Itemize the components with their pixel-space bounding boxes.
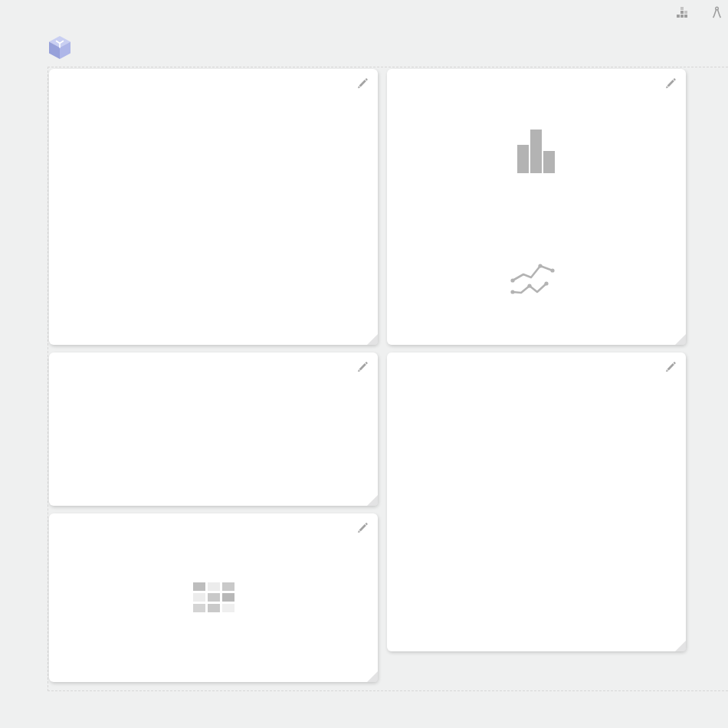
tile-4[interactable] <box>387 353 686 651</box>
line-chart-placeholder <box>387 258 686 307</box>
dashboard-cube-icon <box>46 34 74 61</box>
edit-tile-pencil-icon[interactable] <box>664 77 677 90</box>
donut-chart[interactable] <box>49 147 378 340</box>
column-chart-icon <box>514 129 559 173</box>
tile-2[interactable] <box>387 69 686 345</box>
exit-design-button[interactable] <box>710 6 723 23</box>
line-chart-icon <box>508 258 565 298</box>
tile-september-sales[interactable] <box>49 353 378 506</box>
edit-tile-pencil-icon[interactable] <box>356 361 369 373</box>
exit-design-icon <box>710 6 723 19</box>
dashboard-header <box>46 34 82 61</box>
edit-tile-pencil-icon[interactable] <box>664 361 677 373</box>
details-icon <box>676 6 689 19</box>
tile-sales-and-demographics[interactable] <box>49 69 378 345</box>
column-chart-placeholder <box>387 129 686 182</box>
edit-tile-pencil-icon[interactable] <box>356 77 369 90</box>
designer-toolbar <box>676 6 723 23</box>
dashboard-designer <box>0 0 728 728</box>
details-button[interactable] <box>676 6 689 23</box>
tile-5[interactable] <box>49 513 378 682</box>
sparkline-chart <box>60 440 367 501</box>
heatmap-icon <box>193 582 234 612</box>
edit-tile-pencil-icon[interactable] <box>356 522 369 534</box>
heatmap-placeholder <box>49 582 378 621</box>
